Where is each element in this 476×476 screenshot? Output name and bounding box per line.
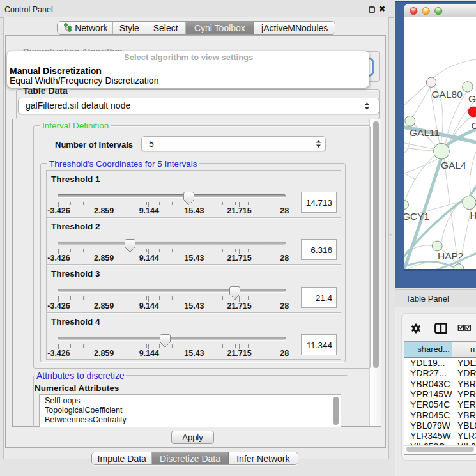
svg-text:GCY1: GCY1 — [404, 211, 429, 222]
svg-text:G.: G. — [468, 93, 476, 104]
svg-text:GAL80: GAL80 — [432, 89, 463, 100]
svg-text:H: H — [470, 210, 476, 220]
svg-text:HAP2: HAP2 — [438, 250, 464, 261]
svg-text:GAL4: GAL4 — [441, 160, 466, 171]
svg-text:C: C — [472, 120, 476, 131]
svg-text:GAL11: GAL11 — [410, 127, 440, 138]
